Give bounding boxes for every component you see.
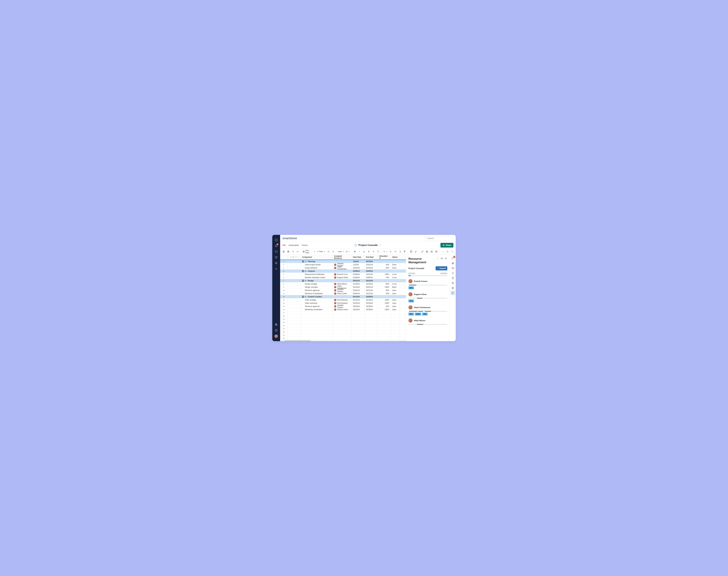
cell-start[interactable]	[351, 318, 365, 321]
cell-assignment[interactable]: Design concepts	[300, 286, 332, 289]
cell-status[interactable]	[391, 334, 400, 337]
cell-alloc[interactable]: 100%	[378, 301, 391, 305]
cell-resource[interactable]	[332, 269, 351, 272]
cell-end[interactable]: 02/16/24	[365, 282, 378, 285]
cell-alloc[interactable]	[378, 327, 391, 330]
cell-assignment[interactable]	[300, 318, 332, 321]
more-icon[interactable]: ⋯	[441, 250, 445, 254]
col-status[interactable]: Status	[391, 255, 400, 260]
cell-end[interactable]	[365, 318, 378, 321]
col-start[interactable]: Start Date	[351, 255, 365, 260]
panel-menu-icon[interactable]: ⋮	[436, 257, 439, 260]
cell-resource[interactable]	[332, 330, 351, 334]
cell-end[interactable]	[365, 311, 378, 314]
cell-alloc[interactable]: 25%	[378, 292, 391, 295]
underline-icon[interactable]: U	[362, 250, 366, 254]
cell-resource[interactable]: Eugene Oliver	[332, 276, 351, 279]
table-row[interactable]: 11Revisions & finalizationOlivia Carter0…	[280, 292, 406, 295]
cell-alloc[interactable]	[378, 334, 391, 337]
cell-end[interactable]	[365, 327, 378, 330]
save-icon[interactable]	[282, 250, 286, 254]
filter-dropdown[interactable]: Filter▼	[316, 250, 326, 254]
table-row[interactable]: 4−2 – Analysis02/09/2403/05/24	[280, 269, 406, 273]
cell-assignment[interactable]: Video strategy	[300, 298, 332, 301]
cell-start[interactable]: 02/09/24	[351, 273, 365, 276]
resource-management-icon[interactable]	[450, 291, 455, 295]
print-icon[interactable]	[286, 250, 290, 254]
italic-icon[interactable]: I	[357, 250, 361, 254]
col-assignment[interactable]: Assignment	[300, 255, 332, 260]
cell-end[interactable]: 02/16/24	[365, 260, 378, 263]
cell-assignment[interactable]	[300, 330, 332, 334]
cell-assignment[interactable]	[300, 321, 332, 324]
cell-assignment[interactable]: −1 – Planning	[300, 260, 332, 263]
cell-status[interactable]: Upco	[391, 298, 400, 301]
summary-icon[interactable]	[450, 286, 455, 290]
clear-format-icon[interactable]	[398, 250, 402, 254]
outdent-icon[interactable]	[326, 250, 330, 254]
cell-end[interactable]: 03/20/24	[365, 301, 378, 305]
cell-alloc[interactable]	[378, 330, 391, 334]
cell-status[interactable]	[391, 311, 400, 314]
insert-column-icon[interactable]	[430, 250, 434, 254]
panel-announce-icon[interactable]	[440, 257, 443, 260]
cell-status[interactable]	[391, 327, 400, 330]
cell-status[interactable]	[391, 337, 400, 340]
cell-end[interactable]: 03/12/24	[365, 292, 378, 295]
help-icon[interactable]	[273, 328, 279, 333]
cell-assignment[interactable]: Marketing coordination	[300, 308, 332, 311]
cell-status[interactable]: Upco	[391, 292, 400, 295]
cell-assignment[interactable]: Video workshop	[300, 301, 332, 305]
cell-end[interactable]: 02/02/24	[365, 263, 378, 266]
conditional-format-icon[interactable]	[409, 250, 413, 254]
cell-assignment[interactable]: Revisions & finalization	[300, 292, 332, 295]
cell-assignment[interactable]: Review & approval	[300, 305, 332, 308]
table-row[interactable]: 13Video strategyRod Edwards03/13/2403/16…	[280, 298, 406, 301]
col-alloc[interactable]: Allocation %	[378, 255, 391, 260]
format-painter-icon[interactable]	[403, 250, 407, 254]
cell-start[interactable]: 02/09/24	[351, 269, 365, 272]
table-row[interactable]: 22	[280, 327, 406, 330]
cell-start[interactable]: 02/19/24	[351, 286, 365, 289]
cell-resource[interactable]: Sheldon Greene	[332, 305, 351, 308]
cell-end[interactable]: 03/05/24	[365, 269, 378, 272]
cell-alloc[interactable]	[378, 279, 391, 282]
cell-resource[interactable]	[332, 324, 351, 327]
highlight-icon[interactable]	[414, 250, 418, 254]
cell-status[interactable]	[391, 318, 400, 321]
menu-automation[interactable]: Automation	[289, 244, 299, 247]
cell-resource[interactable]	[332, 311, 351, 314]
cell-status[interactable]: In pro	[391, 276, 400, 279]
grid-view-dropdown[interactable]: Grid View▼	[302, 250, 316, 254]
table-row[interactable]: 5Requirements finalizationEverett Cross0…	[280, 273, 406, 276]
cell-alloc[interactable]: 100%	[378, 273, 391, 276]
cell-end[interactable]: 03/29/24	[365, 308, 378, 311]
table-row[interactable]: 10Review & approvalSheldon Greene02/20/2…	[280, 289, 406, 292]
cell-resource[interactable]	[332, 295, 351, 298]
col-resource[interactable]: Assigned Resource	[332, 255, 351, 260]
cell-alloc[interactable]: 75%	[378, 276, 391, 279]
menu-file[interactable]: File	[283, 244, 286, 247]
cell-status[interactable]: Upco	[391, 305, 400, 308]
home-icon[interactable]	[273, 237, 279, 242]
settings-icon[interactable]	[445, 250, 449, 254]
cell-assignment[interactable]: Requirements finalization	[300, 273, 332, 276]
cell-resource[interactable]: Everett Cross	[332, 273, 351, 276]
apps-icon[interactable]	[273, 322, 279, 327]
person-block[interactable]: Everett Crosse80%	[408, 279, 447, 289]
cell-alloc[interactable]	[378, 269, 391, 272]
cell-resource[interactable]: Rod Edwards	[332, 298, 351, 301]
cell-status[interactable]	[391, 269, 400, 272]
wrap-icon[interactable]	[393, 250, 397, 254]
cell-end[interactable]	[365, 324, 378, 327]
menu-forms[interactable]: Forms	[302, 244, 308, 247]
collapse-icon[interactable]: −	[302, 270, 304, 272]
cell-status[interactable]	[391, 279, 400, 282]
cell-resource[interactable]: Sheldon Greene	[332, 289, 351, 292]
cell-status[interactable]	[391, 260, 400, 263]
table-row[interactable]: 3Scope definitionHazel Christensen02/02/…	[280, 266, 406, 269]
cell-assignment[interactable]: −3 – Design	[300, 279, 332, 282]
cell-start[interactable]: 02/20/24	[351, 289, 365, 292]
cell-status[interactable]: Done	[391, 266, 400, 269]
cell-alloc[interactable]: 50%	[378, 282, 391, 285]
